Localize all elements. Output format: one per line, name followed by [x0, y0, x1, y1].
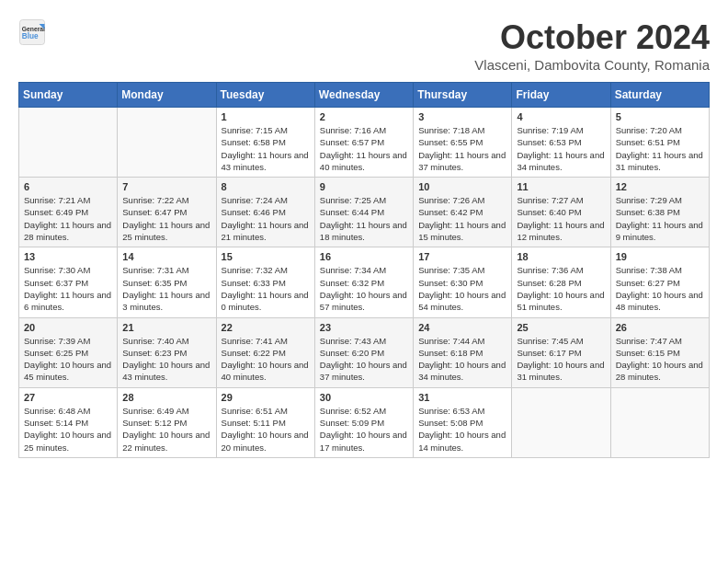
calendar-cell [610, 387, 709, 457]
day-info: Sunrise: 7:27 AM Sunset: 6:40 PM Dayligh… [517, 194, 605, 243]
location: Vlasceni, Dambovita County, Romania [474, 57, 710, 73]
day-info: Sunrise: 7:29 AM Sunset: 6:38 PM Dayligh… [616, 194, 704, 243]
day-info: Sunrise: 7:39 AM Sunset: 6:25 PM Dayligh… [24, 335, 112, 384]
day-info: Sunrise: 7:43 AM Sunset: 6:20 PM Dayligh… [320, 335, 408, 384]
weekday-header-friday: Friday [512, 83, 610, 108]
day-info: Sunrise: 6:51 AM Sunset: 5:11 PM Dayligh… [222, 405, 310, 454]
calendar-cell: 14Sunrise: 7:31 AM Sunset: 6:35 PM Dayli… [118, 247, 216, 317]
day-info: Sunrise: 7:45 AM Sunset: 6:17 PM Dayligh… [517, 335, 605, 384]
day-number: 29 [222, 392, 310, 403]
calendar-cell: 20Sunrise: 7:39 AM Sunset: 6:25 PM Dayli… [19, 317, 118, 387]
calendar-cell: 21Sunrise: 7:40 AM Sunset: 6:23 PM Dayli… [118, 317, 216, 387]
day-number: 18 [517, 251, 605, 262]
day-number: 1 [222, 111, 310, 122]
day-number: 31 [418, 392, 506, 403]
calendar-cell: 18Sunrise: 7:36 AM Sunset: 6:28 PM Dayli… [512, 247, 610, 317]
calendar-cell: 28Sunrise: 6:49 AM Sunset: 5:12 PM Dayli… [118, 387, 216, 457]
calendar-cell: 27Sunrise: 6:48 AM Sunset: 5:14 PM Dayli… [19, 387, 118, 457]
calendar-cell: 12Sunrise: 7:29 AM Sunset: 6:38 PM Dayli… [610, 178, 709, 247]
calendar-cell: 22Sunrise: 7:41 AM Sunset: 6:22 PM Dayli… [216, 317, 314, 387]
week-row-1: 1Sunrise: 7:15 AM Sunset: 6:58 PM Daylig… [19, 108, 710, 178]
calendar-cell: 4Sunrise: 7:19 AM Sunset: 6:53 PM Daylig… [512, 108, 610, 178]
day-number: 20 [24, 322, 112, 333]
calendar-cell: 10Sunrise: 7:26 AM Sunset: 6:42 PM Dayli… [414, 178, 512, 247]
day-info: Sunrise: 7:16 AM Sunset: 6:57 PM Dayligh… [320, 124, 408, 173]
day-number: 17 [418, 251, 506, 262]
calendar-cell: 24Sunrise: 7:44 AM Sunset: 6:18 PM Dayli… [414, 317, 512, 387]
calendar-cell [19, 108, 118, 178]
calendar-cell: 2Sunrise: 7:16 AM Sunset: 6:57 PM Daylig… [314, 108, 413, 178]
calendar-cell: 11Sunrise: 7:27 AM Sunset: 6:40 PM Dayli… [512, 178, 610, 247]
calendar-cell: 1Sunrise: 7:15 AM Sunset: 6:58 PM Daylig… [216, 108, 314, 178]
calendar-cell: 8Sunrise: 7:24 AM Sunset: 6:46 PM Daylig… [216, 178, 314, 247]
day-info: Sunrise: 7:31 AM Sunset: 6:35 PM Dayligh… [122, 264, 210, 313]
weekday-header-tuesday: Tuesday [216, 83, 314, 108]
day-number: 25 [517, 322, 605, 333]
day-info: Sunrise: 7:34 AM Sunset: 6:32 PM Dayligh… [320, 264, 408, 313]
day-info: Sunrise: 7:25 AM Sunset: 6:44 PM Dayligh… [320, 194, 408, 243]
day-number: 3 [418, 111, 506, 122]
day-number: 12 [616, 181, 704, 192]
title-section: October 2024 Vlasceni, Dambovita County,… [474, 18, 710, 73]
page-header: General Blue October 2024 Vlasceni, Damb… [18, 18, 710, 73]
calendar-cell: 19Sunrise: 7:38 AM Sunset: 6:27 PM Dayli… [610, 247, 709, 317]
calendar-cell [512, 387, 610, 457]
day-info: Sunrise: 6:52 AM Sunset: 5:09 PM Dayligh… [320, 405, 408, 454]
day-info: Sunrise: 7:26 AM Sunset: 6:42 PM Dayligh… [418, 194, 506, 243]
weekday-header-sunday: Sunday [19, 83, 118, 108]
week-row-3: 13Sunrise: 7:30 AM Sunset: 6:37 PM Dayli… [19, 247, 710, 317]
day-number: 9 [320, 181, 408, 192]
day-info: Sunrise: 7:47 AM Sunset: 6:15 PM Dayligh… [616, 335, 704, 384]
calendar-cell: 15Sunrise: 7:32 AM Sunset: 6:33 PM Dayli… [216, 247, 314, 317]
day-info: Sunrise: 7:44 AM Sunset: 6:18 PM Dayligh… [418, 335, 506, 384]
day-info: Sunrise: 7:38 AM Sunset: 6:27 PM Dayligh… [616, 264, 704, 313]
calendar-cell: 3Sunrise: 7:18 AM Sunset: 6:55 PM Daylig… [414, 108, 512, 178]
day-number: 11 [517, 181, 605, 192]
day-number: 26 [616, 322, 704, 333]
day-info: Sunrise: 7:41 AM Sunset: 6:22 PM Dayligh… [222, 335, 310, 384]
day-info: Sunrise: 7:22 AM Sunset: 6:47 PM Dayligh… [122, 194, 210, 243]
calendar-cell: 13Sunrise: 7:30 AM Sunset: 6:37 PM Dayli… [19, 247, 118, 317]
day-info: Sunrise: 7:35 AM Sunset: 6:30 PM Dayligh… [418, 264, 506, 313]
calendar-cell: 26Sunrise: 7:47 AM Sunset: 6:15 PM Dayli… [610, 317, 709, 387]
day-info: Sunrise: 7:24 AM Sunset: 6:46 PM Dayligh… [222, 194, 310, 243]
svg-text:Blue: Blue [22, 32, 39, 40]
day-info: Sunrise: 7:18 AM Sunset: 6:55 PM Dayligh… [418, 124, 506, 173]
day-number: 21 [122, 322, 210, 333]
day-number: 30 [320, 392, 408, 403]
day-number: 19 [616, 251, 704, 262]
calendar-cell: 30Sunrise: 6:52 AM Sunset: 5:09 PM Dayli… [314, 387, 413, 457]
day-info: Sunrise: 7:15 AM Sunset: 6:58 PM Dayligh… [222, 124, 310, 173]
calendar-cell [118, 108, 216, 178]
day-info: Sunrise: 7:36 AM Sunset: 6:28 PM Dayligh… [517, 264, 605, 313]
day-info: Sunrise: 6:53 AM Sunset: 5:08 PM Dayligh… [418, 405, 506, 454]
logo: General Blue [18, 18, 46, 46]
day-number: 2 [320, 111, 408, 122]
weekday-header-saturday: Saturday [610, 83, 709, 108]
calendar-table: SundayMondayTuesdayWednesdayThursdayFrid… [18, 82, 710, 458]
day-info: Sunrise: 7:30 AM Sunset: 6:37 PM Dayligh… [24, 264, 112, 313]
weekday-header-row: SundayMondayTuesdayWednesdayThursdayFrid… [19, 83, 710, 108]
calendar-cell: 7Sunrise: 7:22 AM Sunset: 6:47 PM Daylig… [118, 178, 216, 247]
weekday-header-thursday: Thursday [414, 83, 512, 108]
calendar-cell: 6Sunrise: 7:21 AM Sunset: 6:49 PM Daylig… [19, 178, 118, 247]
calendar-cell: 31Sunrise: 6:53 AM Sunset: 5:08 PM Dayli… [414, 387, 512, 457]
calendar-cell: 5Sunrise: 7:20 AM Sunset: 6:51 PM Daylig… [610, 108, 709, 178]
day-info: Sunrise: 7:32 AM Sunset: 6:33 PM Dayligh… [222, 264, 310, 313]
day-number: 5 [616, 111, 704, 122]
calendar-cell: 9Sunrise: 7:25 AM Sunset: 6:44 PM Daylig… [314, 178, 413, 247]
day-info: Sunrise: 7:21 AM Sunset: 6:49 PM Dayligh… [24, 194, 112, 243]
day-number: 8 [222, 181, 310, 192]
day-number: 15 [222, 251, 310, 262]
logo-icon: General Blue [18, 18, 46, 46]
week-row-4: 20Sunrise: 7:39 AM Sunset: 6:25 PM Dayli… [19, 317, 710, 387]
day-number: 10 [418, 181, 506, 192]
calendar-cell: 17Sunrise: 7:35 AM Sunset: 6:30 PM Dayli… [414, 247, 512, 317]
weekday-header-monday: Monday [118, 83, 216, 108]
day-info: Sunrise: 6:49 AM Sunset: 5:12 PM Dayligh… [122, 405, 210, 454]
calendar-cell: 25Sunrise: 7:45 AM Sunset: 6:17 PM Dayli… [512, 317, 610, 387]
day-number: 22 [222, 322, 310, 333]
month-title: October 2024 [474, 18, 710, 57]
day-number: 16 [320, 251, 408, 262]
day-info: Sunrise: 6:48 AM Sunset: 5:14 PM Dayligh… [24, 405, 112, 454]
